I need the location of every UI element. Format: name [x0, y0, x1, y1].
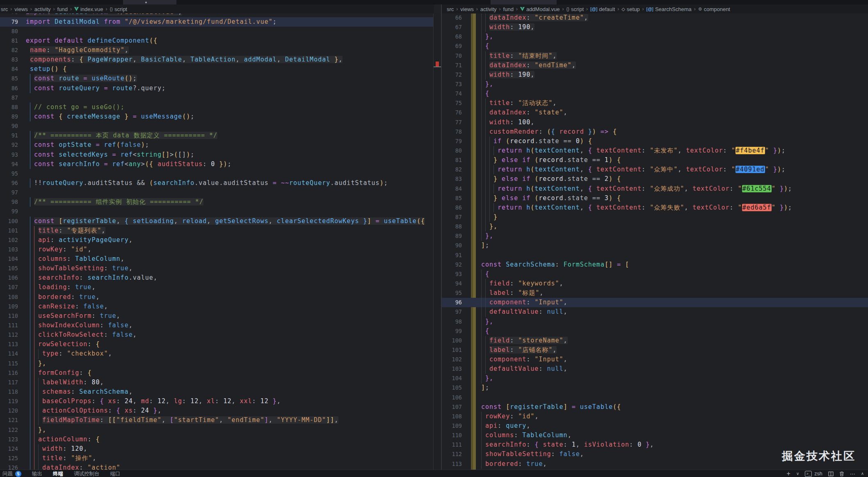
- breadcrumb-item-index-vue[interactable]: index.vue: [74, 6, 103, 12]
- code-line-90[interactable]: 90];: [442, 241, 868, 250]
- code-line-84[interactable]: 84return h(textContent, { textContent: "…: [442, 184, 868, 194]
- code-line-104[interactable]: 104columns: TableColumn,: [0, 254, 433, 264]
- code-line-110[interactable]: 110columns: TableColumn,: [442, 431, 868, 440]
- code-line-108[interactable]: 108rowKey: "id",: [442, 412, 868, 421]
- code-line-73[interactable]: 73},: [442, 80, 868, 89]
- panel-tab-输出[interactable]: 输出: [32, 470, 42, 477]
- code-line-103[interactable]: 103rowKey: "id",: [0, 245, 433, 254]
- code-line-74[interactable]: 74{: [442, 89, 868, 98]
- code-line-93[interactable]: 93const selectedKeys = ref<string[]>([])…: [0, 150, 433, 160]
- code-line-80[interactable]: 80: [0, 27, 433, 36]
- code-line-106[interactable]: 106: [442, 393, 868, 402]
- code-line-125[interactable]: 125title: "操作",: [0, 454, 433, 463]
- code-line-105[interactable]: 105];: [442, 383, 868, 393]
- code-line-103[interactable]: 103defaultValue: null,: [442, 364, 868, 374]
- code-line-106[interactable]: 106searchInfo: searchInfo.value,: [0, 273, 433, 283]
- code-line-107[interactable]: 107const [registerTable] = useTable({: [442, 402, 868, 412]
- active-tab-right[interactable]: [491, 0, 557, 5]
- breadcrumb-item-fund[interactable]: fund: [57, 6, 68, 12]
- code-line-66[interactable]: 66dataIndex: "createTime",: [442, 14, 868, 23]
- code-line-67[interactable]: 67width: 190,: [442, 23, 868, 32]
- code-line-92[interactable]: 92const optState = ref(false);: [0, 140, 433, 150]
- code-line-110[interactable]: 110useSearchForm: true,: [0, 311, 433, 321]
- code-line-96[interactable]: 96!!routeQuery.auditStatus && (searchInf…: [0, 178, 433, 188]
- code-line-114[interactable]: 114type: "checkbox",: [0, 349, 433, 358]
- code-line-91[interactable]: 91/** ========== 本页 data 数据定义 ==========…: [0, 131, 433, 140]
- code-line-107[interactable]: 107loading: true,: [0, 283, 433, 292]
- code-line-78[interactable]: 78customRender: ({ record }) => {: [442, 127, 868, 137]
- code-line-108[interactable]: 108bordered: true,: [0, 292, 433, 302]
- editor-pane-right[interactable]: 66dataIndex: "createTime",67width: 190,6…: [442, 14, 868, 470]
- editor-pane-left[interactable]: 78import addModal from "./addModal.vue";…: [0, 14, 433, 470]
- panel-tab-终端[interactable]: 终端: [53, 470, 63, 477]
- code-line-95[interactable]: 95label: "标题",: [442, 288, 868, 298]
- code-line-111[interactable]: 111showIndexColumn: false,: [0, 321, 433, 330]
- breadcrumb-item-activity[interactable]: activity: [34, 6, 51, 12]
- code-line-115[interactable]: 115},: [0, 359, 433, 368]
- breadcrumb-item-default[interactable]: [@]default: [590, 6, 615, 12]
- code-line-70[interactable]: 70title: "结束时间",: [442, 51, 868, 61]
- code-line-117[interactable]: 117labelWidth: 80,: [0, 378, 433, 387]
- code-line-100[interactable]: 100const [registerTable, { setLoading, r…: [0, 217, 433, 226]
- code-line-88[interactable]: 88// const go = useGo();: [0, 103, 433, 112]
- code-line-82[interactable]: 82name: "HaggleCommodity",: [0, 46, 433, 55]
- code-line-109[interactable]: 109canResize: false,: [0, 302, 433, 311]
- code-line-97[interactable]: 97: [0, 188, 433, 197]
- code-line-78[interactable]: 78import addModal from "./addModal.vue";: [0, 14, 433, 17]
- code-line-72[interactable]: 72width: 190,: [442, 70, 868, 80]
- code-line-122[interactable]: 122},: [0, 425, 433, 435]
- code-line-82[interactable]: 82return h(textContent, { textContent: "…: [442, 165, 868, 174]
- trash-icon[interactable]: [839, 471, 844, 477]
- code-line-84[interactable]: 84setup() {: [0, 64, 433, 74]
- breadcrumb-item-src[interactable]: src: [1, 6, 8, 12]
- code-line-68[interactable]: 68},: [442, 32, 868, 41]
- code-line-126[interactable]: 126dataIndex: "action": [0, 463, 433, 470]
- code-line-89[interactable]: 89const { createMessage } = useMessage()…: [0, 112, 433, 121]
- breadcrumb-item-searchschema[interactable]: [@]SearchSchema: [646, 6, 692, 12]
- code-line-94[interactable]: 94const searchInfo = ref<any>({ auditSta…: [0, 160, 433, 169]
- code-line-85[interactable]: 85const route = useRoute();: [0, 74, 433, 83]
- code-line-79[interactable]: 79import DetailModal from "/@/views/mark…: [0, 17, 433, 27]
- code-line-81[interactable]: 81export default defineComponent({: [0, 36, 433, 46]
- code-line-98[interactable]: 98},: [442, 317, 868, 326]
- code-line-111[interactable]: 111searchInfo: { state: 1, isViolation: …: [442, 440, 868, 450]
- code-line-119[interactable]: 119baseColProps: { xs: 24, md: 12, lg: 1…: [0, 397, 433, 406]
- code-line-80[interactable]: 80return h(textContent, { textContent: "…: [442, 146, 868, 155]
- code-line-121[interactable]: 121fieldMapToTime: [["fieldTime", ["star…: [0, 415, 433, 425]
- active-tab-left[interactable]: [123, 0, 176, 5]
- code-line-71[interactable]: 71dataIndex: "endTime",: [442, 61, 868, 70]
- breadcrumb-item-activity[interactable]: activity: [480, 6, 497, 12]
- code-line-83[interactable]: 83components: { PageWrapper, BasicTable,…: [0, 55, 433, 64]
- code-line-120[interactable]: 120actionColOptions: { xs: 24 },: [0, 406, 433, 415]
- code-line-92[interactable]: 92const SearchSchema: FormSchema[] = [: [442, 260, 868, 269]
- breadcrumb-item-src[interactable]: src: [447, 6, 454, 12]
- more-actions-icon[interactable]: ⋯: [850, 471, 855, 477]
- code-line-87[interactable]: 87: [0, 93, 433, 103]
- code-line-124[interactable]: 124width: 120,: [0, 444, 433, 454]
- breadcrumb-item-component[interactable]: ⚙component: [698, 6, 730, 12]
- code-line-100[interactable]: 100field: "storeName",: [442, 336, 868, 345]
- panel-tab-问题[interactable]: 问题5: [2, 470, 21, 477]
- breadcrumb-item-fund[interactable]: fund: [503, 6, 514, 12]
- code-line-75[interactable]: 75title: "活动状态",: [442, 98, 868, 108]
- breadcrumb-item-views[interactable]: views: [14, 6, 28, 12]
- code-line-94[interactable]: 94field: "keywords",: [442, 279, 868, 288]
- code-line-81[interactable]: 81} else if (record.state == 1) {: [442, 155, 868, 165]
- code-line-90[interactable]: 90: [0, 121, 433, 131]
- code-line-83[interactable]: 83} else if (record.state == 2) {: [442, 174, 868, 184]
- breadcrumb-item-setup[interactable]: ◇setup: [621, 6, 640, 12]
- split-terminal-icon[interactable]: [828, 471, 834, 477]
- code-line-109[interactable]: 109api: query,: [442, 421, 868, 431]
- code-line-97[interactable]: 97defaultValue: null,: [442, 307, 868, 317]
- code-line-112[interactable]: 112clickToRowSelect: false,: [0, 330, 433, 340]
- code-line-86[interactable]: 86return h(textContent, { textContent: "…: [442, 203, 868, 212]
- code-line-85[interactable]: 85} else if (record.state == 3) {: [442, 194, 868, 203]
- panel-tab-调试控制台[interactable]: 调试控制台: [74, 470, 100, 477]
- code-line-76[interactable]: 76dataIndex: "state",: [442, 108, 868, 117]
- code-line-102[interactable]: 102component: "Input",: [442, 355, 868, 364]
- code-line-96[interactable]: 96component: "Input",: [442, 298, 868, 307]
- terminal-instance-zsh[interactable]: >_ zsh: [805, 471, 822, 477]
- code-line-118[interactable]: 118schemas: SearchSchema,: [0, 387, 433, 397]
- code-line-98[interactable]: 98/** ========== 组件实例 初始化 ========== */: [0, 197, 433, 207]
- chevron-up-icon[interactable]: ∧: [861, 472, 864, 476]
